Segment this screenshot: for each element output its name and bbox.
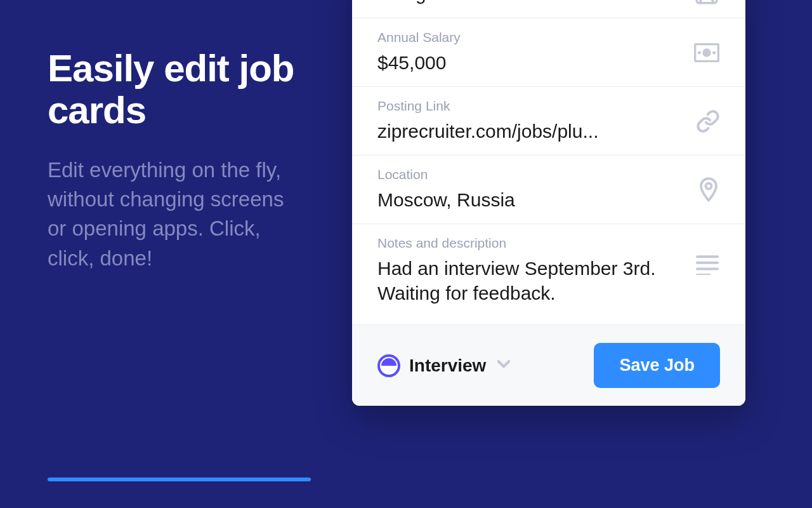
- avatar-placeholder-icon: [693, 0, 720, 6]
- salary-label: Annual Salary: [377, 30, 681, 45]
- status-selector[interactable]: Interview: [377, 354, 510, 377]
- svg-point-3: [704, 50, 710, 56]
- save-job-button[interactable]: Save Job: [594, 343, 720, 388]
- notes-label: Notes and description: [377, 236, 682, 251]
- notes-field[interactable]: Notes and description Had an interview S…: [352, 224, 745, 325]
- link-field[interactable]: Posting Link ziprecruiter.com/jobs/plu..…: [352, 87, 745, 156]
- title-field[interactable]: Designer: [352, 0, 745, 18]
- title-value: Designer: [377, 0, 681, 6]
- progress-indicator: [48, 478, 311, 481]
- job-card: Designer Annual Salary $45,000 Po: [352, 0, 745, 406]
- salary-field[interactable]: Annual Salary $45,000: [352, 18, 745, 87]
- status-circle-icon: [377, 354, 400, 377]
- link-value: ziprecruiter.com/jobs/plu...: [377, 119, 683, 144]
- location-value: Moscow, Russia: [377, 187, 684, 212]
- hero-panel: Easily edit job cards Edit everything on…: [0, 0, 355, 508]
- text-lines-icon: [695, 255, 720, 275]
- location-label: Location: [377, 167, 684, 182]
- hero-subtext: Edit everything on the fly, without chan…: [48, 156, 301, 273]
- chevron-down-icon: [497, 360, 510, 371]
- card-footer: Interview Save Job: [352, 325, 745, 406]
- notes-value: Had an interview September 3rd. Waiting …: [377, 256, 682, 305]
- link-label: Posting Link: [377, 98, 683, 114]
- money-icon: [693, 43, 720, 62]
- status-label: Interview: [409, 356, 486, 376]
- location-field[interactable]: Location Moscow, Russia: [352, 156, 745, 224]
- pin-icon: [697, 177, 720, 203]
- salary-value: $45,000: [377, 50, 681, 75]
- svg-point-6: [706, 183, 712, 189]
- link-icon: [696, 109, 720, 133]
- hero-heading: Easily edit job cards: [48, 48, 330, 131]
